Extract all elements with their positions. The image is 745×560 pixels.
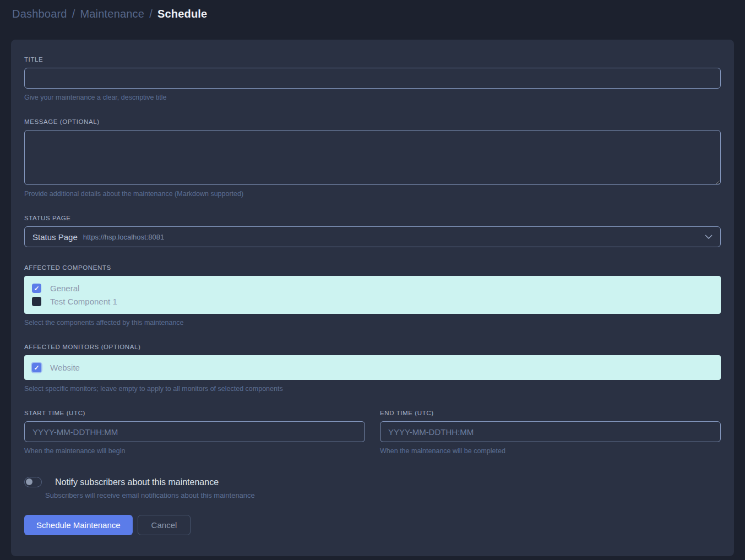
checkbox-website[interactable]: ✓ [32, 363, 41, 372]
affected-components-label: AFFECTED COMPONENTS [24, 264, 721, 271]
schedule-maintenance-form-card: TITLE Give your maintenance a clear, des… [11, 40, 734, 556]
component-option-label: General [50, 284, 79, 293]
affected-components-helper: Select the components affected by this m… [24, 319, 721, 327]
title-input[interactable] [24, 68, 721, 89]
message-label: MESSAGE (OPTIONAL) [24, 118, 721, 125]
status-page-select[interactable]: Status Page https://hsp.localhost:8081 [24, 226, 721, 247]
affected-monitors-helper: Select specific monitors; leave empty to… [24, 385, 721, 393]
start-time-section: START TIME (UTC) When the maintenance wi… [24, 410, 365, 455]
message-section: MESSAGE (OPTIONAL) Provide additional de… [24, 118, 721, 198]
notify-helper: Subscribers will receive email notificat… [45, 491, 721, 499]
checkbox-general[interactable]: ✓ [32, 284, 41, 293]
affected-components-panel: ✓ General ✓ Test Component 1 [24, 276, 721, 314]
status-page-section: STATUS PAGE Status Page https://hsp.loca… [24, 215, 721, 247]
breadcrumb-maintenance[interactable]: Maintenance [80, 8, 144, 20]
start-time-helper: When the maintenance will begin [24, 447, 365, 455]
status-page-selected-url: https://hsp.localhost:8081 [83, 233, 164, 241]
start-time-label: START TIME (UTC) [24, 410, 365, 416]
end-time-input[interactable] [380, 421, 721, 442]
affected-monitors-label: AFFECTED MONITORS (OPTIONAL) [24, 344, 721, 350]
monitor-option-label: Website [50, 363, 80, 372]
checkbox-test-component-1[interactable]: ✓ [32, 297, 41, 306]
affected-monitors-section: AFFECTED MONITORS (OPTIONAL) ✓ Website S… [24, 344, 721, 393]
form-actions: Schedule Maintenance Cancel [24, 515, 721, 535]
title-label: TITLE [24, 56, 721, 63]
breadcrumb-separator: / [72, 8, 75, 20]
time-range-row: START TIME (UTC) When the maintenance wi… [24, 410, 721, 455]
chevron-down-icon [705, 235, 713, 240]
message-helper: Provide additional details about the mai… [24, 190, 721, 198]
affected-components-section: AFFECTED COMPONENTS ✓ General ✓ Test Com… [24, 264, 721, 327]
monitor-option-website[interactable]: ✓ Website [32, 363, 713, 372]
schedule-maintenance-button[interactable]: Schedule Maintenance [24, 515, 133, 535]
component-option-general[interactable]: ✓ General [32, 284, 713, 293]
notify-subscribers-toggle[interactable] [24, 477, 42, 487]
breadcrumb-separator: / [149, 8, 153, 20]
component-option-label: Test Component 1 [50, 297, 117, 306]
end-time-label: END TIME (UTC) [380, 410, 721, 416]
end-time-helper: When the maintenance will be completed [380, 447, 721, 455]
title-section: TITLE Give your maintenance a clear, des… [24, 56, 721, 101]
breadcrumb-current-schedule: Schedule [157, 8, 208, 20]
check-icon: ✓ [34, 285, 39, 292]
affected-monitors-panel: ✓ Website [24, 355, 721, 380]
cancel-button[interactable]: Cancel [138, 515, 191, 535]
message-textarea[interactable] [24, 130, 721, 185]
end-time-section: END TIME (UTC) When the maintenance will… [380, 410, 721, 455]
status-page-label: STATUS PAGE [24, 215, 721, 221]
notify-section: Notify subscribers about this maintenanc… [24, 477, 721, 499]
breadcrumb-dashboard[interactable]: Dashboard [12, 8, 67, 20]
breadcrumb: Dashboard / Maintenance / Schedule [12, 8, 733, 20]
check-icon: ✓ [34, 365, 39, 371]
notify-label: Notify subscribers about this maintenanc… [55, 477, 219, 487]
status-page-selected-name: Status Page [32, 232, 78, 242]
component-option-test-component-1[interactable]: ✓ Test Component 1 [32, 297, 713, 306]
start-time-input[interactable] [24, 421, 365, 442]
top-bar: Dashboard / Maintenance / Schedule [0, 0, 745, 20]
toggle-knob [26, 479, 32, 485]
title-helper: Give your maintenance a clear, descripti… [24, 94, 721, 101]
